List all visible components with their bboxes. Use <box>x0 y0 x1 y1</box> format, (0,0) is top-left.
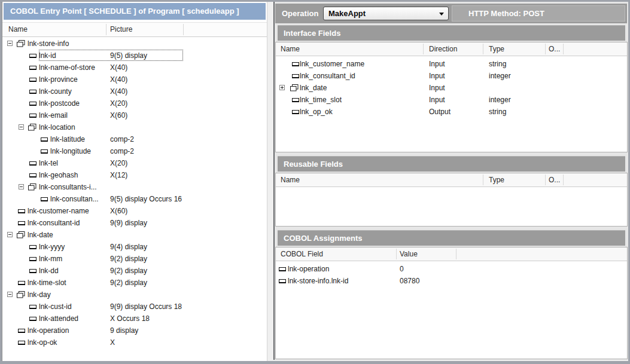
collapse-toggle[interactable] <box>7 292 13 297</box>
tree-row[interactable]: lnk-latitudecomp-2 <box>2 133 266 145</box>
column-separator <box>183 24 184 35</box>
field-item-icon <box>29 269 36 273</box>
tree-row[interactable]: lnk-customer-nameX(60) <box>2 205 266 217</box>
tree-item-name: lnk-location <box>39 123 75 131</box>
field-item-icon <box>29 305 36 309</box>
tree-row[interactable]: lnk-id9(5) display <box>2 50 266 62</box>
tree-item-name: lnk-province <box>39 75 78 84</box>
tree-row[interactable]: lnk-yyyy9(4) display <box>2 241 266 253</box>
tree-row[interactable]: lnk-attendedX Occurs 18 <box>2 313 266 325</box>
column-separator <box>563 44 564 54</box>
tree-item-picture: 9(5) display <box>110 51 147 60</box>
cobol-assignment-row[interactable]: lnk-store-info.lnk-id08780 <box>276 275 627 287</box>
tree-item-name: lnk-id <box>39 51 56 60</box>
collapse-toggle[interactable] <box>7 232 13 237</box>
tree-row[interactable]: lnk-consultant-id9(9) display <box>2 217 266 229</box>
tree-item-picture: X(40) <box>110 87 127 96</box>
tree-item-picture: comp-2 <box>110 147 134 155</box>
interface-fields-table: Name Direction Type O... lnk_customer_na… <box>275 42 628 152</box>
interface-field-row[interactable]: lnk_customer_nameInputstring <box>276 58 627 70</box>
group-item-icon <box>290 84 299 91</box>
interface-field-row[interactable]: lnk_dateInput <box>276 82 627 94</box>
field-item-icon <box>41 149 48 154</box>
tree-row[interactable]: lnk-location <box>2 121 266 133</box>
field-item-icon <box>29 102 36 106</box>
interface-field-row[interactable]: lnk_time_slotInputinteger <box>276 94 627 106</box>
field-item-icon <box>279 267 286 271</box>
interface-field-row[interactable]: lnk_consultant_idInputinteger <box>276 70 627 82</box>
field-item-icon <box>18 209 25 213</box>
tree-item-name: lnk-customer-name <box>28 207 89 215</box>
tree-item-name: lnk-postcode <box>39 99 80 108</box>
cobol-entry-point-panel: COBOL Entry Point [ SCHEDULE ] of Progra… <box>2 2 267 361</box>
field-item-icon <box>29 173 36 178</box>
expand-toggle[interactable] <box>279 85 285 90</box>
tree-row[interactable]: lnk-longitudecomp-2 <box>2 145 266 157</box>
tree-row[interactable]: lnk-date <box>2 229 266 241</box>
tree-item-name: lnk-day <box>28 290 51 299</box>
tree-row[interactable]: lnk-store-info <box>2 38 266 50</box>
tree-item-name: lnk-email <box>39 111 68 120</box>
column-separator <box>396 249 397 259</box>
tree-row[interactable]: lnk-day <box>2 289 266 301</box>
tree-row[interactable]: lnk-op-okX <box>2 337 266 348</box>
tree-row[interactable]: lnk-name-of-storeX(40) <box>2 62 266 74</box>
field-item-icon <box>29 161 36 166</box>
tree-row[interactable]: lnk-provinceX(40) <box>2 74 266 85</box>
field-item-icon <box>18 281 25 285</box>
column-header-type: Type <box>489 45 504 53</box>
interface-fields-rows: lnk_customer_nameInputstringlnk_consulta… <box>276 56 627 118</box>
field-item-icon <box>18 341 25 345</box>
operation-dropdown[interactable]: MakeAppt <box>323 7 449 20</box>
tree-row[interactable]: lnk-cust-id9(9) display Occurs 18 <box>2 301 266 313</box>
field-item-icon <box>29 78 36 82</box>
field-item-icon <box>29 90 36 94</box>
tree-item-name: lnk-name-of-store <box>39 63 95 72</box>
field-item-icon <box>292 110 299 114</box>
interface-fields-column-header: Name Direction Type O... <box>276 42 627 56</box>
tree-item-name: lnk-mm <box>39 255 62 263</box>
reusable-fields-header: Reusable Fields <box>278 156 625 172</box>
reusable-fields-table: Name Type O... <box>275 173 628 227</box>
tree-item-picture: X(12) <box>110 171 127 179</box>
field-type: integer <box>489 72 511 80</box>
column-separator <box>106 24 106 35</box>
tree-row[interactable]: lnk-countyX(40) <box>2 85 266 97</box>
tree-row[interactable]: lnk-dd9(2) display <box>2 265 266 277</box>
tree-item-name: lnk-op-ok <box>28 338 57 347</box>
field-item-icon <box>279 279 286 283</box>
field-item-icon <box>29 66 36 70</box>
tree-item-picture: 9 display <box>110 326 138 335</box>
tree-row[interactable]: lnk-emailX(60) <box>2 109 266 121</box>
tree-item-picture: 9(2) display <box>110 255 147 263</box>
tree-item-picture: 9(4) display <box>110 243 147 251</box>
column-separator <box>563 175 564 185</box>
tree-row[interactable]: lnk-mm9(2) display <box>2 253 266 265</box>
assignment-field-name: lnk-store-info.lnk-id <box>288 277 348 285</box>
collapse-toggle[interactable] <box>7 41 13 46</box>
group-item-icon <box>28 124 36 131</box>
cobol-assignment-row[interactable]: lnk-operation0 <box>276 263 627 275</box>
tree-row[interactable]: lnk-time-slot9(2) display <box>2 277 266 289</box>
field-direction: Input <box>429 60 445 68</box>
column-separator <box>545 175 546 185</box>
column-header-name: Name <box>281 176 300 184</box>
field-name: lnk_time_slot <box>300 96 342 104</box>
operation-label: Operation <box>282 4 318 23</box>
tree-row[interactable]: lnk-operation9 display <box>2 325 266 337</box>
operation-dropdown-value: MakeAppt <box>328 9 366 18</box>
window-content: COBOL Entry Point [ SCHEDULE ] of Progra… <box>2 2 628 361</box>
collapse-toggle[interactable] <box>19 124 24 130</box>
tree-item-picture: 9(9) display <box>110 219 147 227</box>
column-header-name: Name <box>281 45 300 53</box>
tree-row[interactable]: lnk-consultan...9(5) display Occurs 16 <box>2 193 266 205</box>
interface-field-row[interactable]: lnk_op_okOutputstring <box>276 106 627 118</box>
field-type: string <box>489 108 506 116</box>
tree-row[interactable]: lnk-postcodeX(20) <box>2 97 266 109</box>
assignment-value: 08780 <box>400 277 419 285</box>
tree-row[interactable]: lnk-geohashX(12) <box>2 169 266 181</box>
collapse-toggle[interactable] <box>19 184 24 189</box>
tree-row[interactable]: lnk-consultants-i... <box>2 181 266 193</box>
tree-row[interactable]: lnk-telX(20) <box>2 157 266 169</box>
column-separator <box>545 44 546 54</box>
